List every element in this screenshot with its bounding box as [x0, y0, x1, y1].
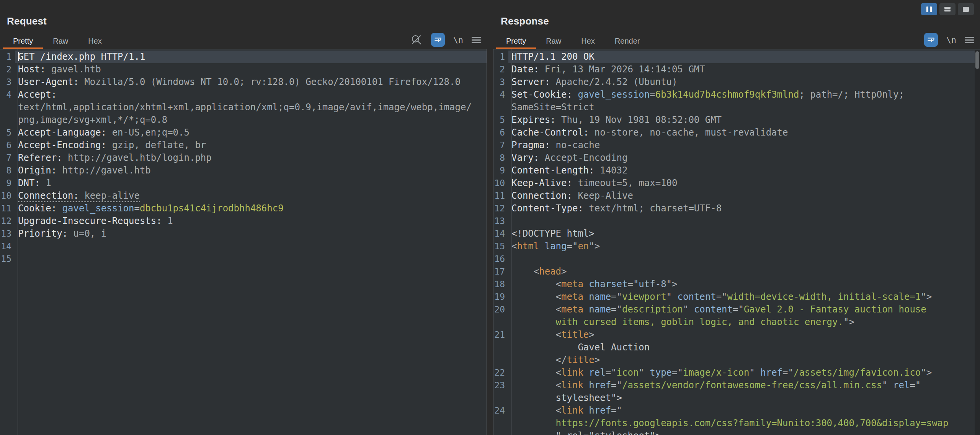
code-row: " rel="stylesheet"> [493, 430, 980, 435]
line-number: 21 [493, 329, 508, 341]
search-disabled-icon[interactable] [410, 34, 423, 46]
single-layout-button[interactable] [958, 3, 974, 15]
non-printable-icon[interactable]: \n [946, 35, 957, 45]
code-line: Pragma: no-cache [508, 139, 980, 152]
code-row: 9Content-Length: 14032 [493, 164, 980, 177]
menu-icon[interactable] [965, 35, 974, 45]
scrollbar-thumb[interactable] [975, 51, 979, 69]
line-number: 1 [493, 51, 508, 63]
tab-raw[interactable]: Raw [536, 34, 571, 49]
line-number: 10 [493, 177, 508, 190]
code-line: <!DOCTYPE html> [508, 227, 980, 240]
response-editor[interactable]: 1HTTP/1.1 200 OK2Date: Fri, 13 Mar 2026 … [493, 49, 980, 435]
response-pane: Response PrettyRawHexRender \n 1HTTP/1.1… [493, 0, 980, 435]
columns-layout-icon [926, 7, 932, 12]
tab-pretty[interactable]: Pretty [3, 34, 43, 49]
tab-pretty[interactable]: Pretty [496, 34, 536, 49]
code-line: User-Agent: Mozilla/5.0 (Windows NT 10.0… [15, 76, 487, 88]
code-line: <head> [508, 265, 980, 278]
code-row: 9DNT: 1 [0, 177, 487, 190]
line-number: 9 [493, 164, 508, 177]
code-line: stylesheet"> [508, 392, 980, 404]
code-row: 12Upgrade-Insecure-Requests: 1 [0, 215, 487, 227]
code-row: 7Referer: http://gavel.htb/login.php [0, 152, 487, 164]
line-number: 3 [493, 76, 508, 88]
code-row: 21 <title> [493, 329, 980, 341]
code-row: stylesheet"> [493, 392, 980, 404]
line-number: 2 [493, 63, 508, 76]
response-toolbar: \n [924, 33, 980, 49]
line-number [0, 101, 15, 114]
code-row: SameSite=Strict [493, 101, 980, 114]
line-number: 1 [0, 51, 15, 63]
tab-hex[interactable]: Hex [78, 34, 112, 49]
columns-layout-button[interactable] [921, 3, 937, 15]
line-number: 8 [0, 164, 15, 177]
code-row: 4Accept: [0, 88, 487, 101]
rows-layout-button[interactable] [939, 3, 956, 15]
line-number: 20 [493, 303, 508, 316]
code-row: 20 <meta name="description" content="Gav… [493, 303, 980, 316]
code-line: Set-Cookie: gavel_session=6b3k14ud7b4csh… [508, 88, 980, 101]
request-tabs: PrettyRawHex [0, 34, 112, 49]
code-row: 2Host: gavel.htb [0, 63, 487, 76]
code-row: https://fonts.googleapis.com/css?family=… [493, 417, 980, 430]
request-toolbar: \n [410, 33, 487, 49]
word-wrap-icon[interactable] [431, 33, 445, 47]
code-row: 13Priority: u=0, i [0, 227, 487, 240]
code-line: Date: Fri, 13 Mar 2026 14:14:05 GMT [508, 63, 980, 76]
line-number: 7 [0, 152, 15, 164]
line-number: 4 [0, 88, 15, 101]
line-number [493, 392, 508, 404]
code-row: 18 <meta charset="utf-8"> [493, 278, 980, 291]
code-row: 14<!DOCTYPE html> [493, 227, 980, 240]
code-row: 4Set-Cookie: gavel_session=6b3k14ud7b4cs… [493, 88, 980, 101]
code-row: 24 <link href=" [493, 404, 980, 417]
code-row: 3User-Agent: Mozilla/5.0 (Windows NT 10.… [0, 76, 487, 88]
line-number [493, 417, 508, 430]
code-row: with cursed items, goblin logic, and cha… [493, 316, 980, 329]
code-row: 8Origin: http://gavel.htb [0, 164, 487, 177]
code-line [15, 240, 487, 253]
word-wrap-icon[interactable] [924, 33, 938, 47]
response-pane-title: Response [493, 15, 980, 27]
code-line: <link href="/assets/vendor/fontawesome-f… [508, 379, 980, 392]
line-number: 13 [493, 215, 508, 227]
code-line: " rel="stylesheet"> [508, 430, 980, 435]
request-editor[interactable]: 1GET /index.php HTTP/1.12Host: gavel.htb… [0, 49, 487, 435]
tab-raw[interactable]: Raw [43, 34, 78, 49]
code-line: Referer: http://gavel.htb/login.php [15, 152, 487, 164]
code-line: </title> [508, 354, 980, 366]
single-layout-icon [963, 7, 969, 12]
code-line: HTTP/1.1 200 OK [508, 51, 980, 63]
code-row: 16 [493, 253, 980, 265]
code-line: png,image/svg+xml,*/*;q=0.8 [15, 114, 487, 126]
code-line [15, 253, 487, 265]
menu-icon[interactable] [472, 35, 481, 45]
tab-render[interactable]: Render [605, 34, 650, 49]
tab-hex[interactable]: Hex [571, 34, 605, 49]
code-row: png,image/svg+xml,*/*;q=0.8 [0, 114, 487, 126]
code-line: SameSite=Strict [508, 101, 980, 114]
rows-layout-icon [944, 6, 951, 12]
code-row: 19 <meta name="viewport" content="width=… [493, 291, 980, 303]
line-number: 12 [493, 202, 508, 215]
line-number: 12 [0, 215, 15, 227]
code-line [508, 253, 980, 265]
non-printable-icon[interactable]: \n [453, 35, 464, 45]
code-row: 15 [0, 253, 487, 265]
code-line [508, 215, 980, 227]
line-number: 5 [0, 126, 15, 139]
code-line: Upgrade-Insecure-Requests: 1 [15, 215, 487, 227]
code-line: Cache-Control: no-store, no-cache, must-… [508, 126, 980, 139]
code-row: 11Connection: Keep-Alive [493, 190, 980, 202]
line-number: 23 [493, 379, 508, 392]
line-number [493, 341, 508, 354]
line-number: 19 [493, 291, 508, 303]
response-tabs: PrettyRawHexRender [493, 34, 650, 49]
code-line: Vary: Accept-Encoding [508, 152, 980, 164]
line-number: 15 [493, 240, 508, 253]
code-row: 15<html lang="en"> [493, 240, 980, 253]
code-line: Connection: keep-alive [15, 190, 487, 202]
line-number: 9 [0, 177, 15, 190]
